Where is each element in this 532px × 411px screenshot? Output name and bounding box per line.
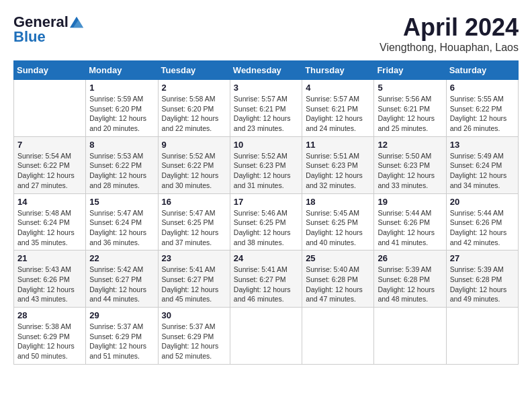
calendar-week-row: 21Sunrise: 5:43 AMSunset: 6:26 PMDayligh… (14, 250, 519, 308)
calendar-cell (230, 308, 302, 365)
calendar-header-monday: Monday (86, 61, 158, 80)
day-info: Sunrise: 5:39 AMSunset: 6:28 PMDaylight:… (450, 265, 515, 304)
day-number: 23 (162, 253, 226, 263)
day-number: 24 (234, 253, 298, 263)
day-number: 26 (378, 253, 442, 263)
calendar-week-row: 14Sunrise: 5:48 AMSunset: 6:24 PMDayligh… (14, 193, 519, 250)
calendar-cell: 19Sunrise: 5:44 AMSunset: 6:26 PMDayligh… (374, 193, 446, 250)
day-info: Sunrise: 5:37 AMSunset: 6:29 PMDaylight:… (162, 322, 226, 361)
day-info: Sunrise: 5:50 AMSunset: 6:23 PMDaylight:… (378, 151, 442, 191)
day-number: 1 (89, 83, 154, 93)
day-info: Sunrise: 5:56 AMSunset: 6:21 PMDaylight:… (378, 94, 442, 134)
day-info: Sunrise: 5:51 AMSunset: 6:23 PMDaylight:… (306, 151, 370, 191)
calendar-cell: 16Sunrise: 5:47 AMSunset: 6:25 PMDayligh… (158, 193, 230, 250)
day-number: 30 (162, 310, 226, 320)
day-info: Sunrise: 5:44 AMSunset: 6:26 PMDaylight:… (450, 208, 515, 248)
day-info: Sunrise: 5:37 AMSunset: 6:29 PMDaylight:… (89, 322, 154, 361)
calendar-cell: 12Sunrise: 5:50 AMSunset: 6:23 PMDayligh… (374, 136, 446, 193)
day-info: Sunrise: 5:43 AMSunset: 6:26 PMDaylight:… (17, 265, 82, 304)
calendar-cell: 11Sunrise: 5:51 AMSunset: 6:23 PMDayligh… (302, 136, 374, 193)
day-info: Sunrise: 5:41 AMSunset: 6:27 PMDaylight:… (234, 265, 298, 304)
day-info: Sunrise: 5:59 AMSunset: 6:20 PMDaylight:… (89, 94, 154, 134)
day-number: 20 (450, 197, 515, 207)
calendar-header-saturday: Saturday (446, 61, 518, 80)
calendar-cell: 17Sunrise: 5:46 AMSunset: 6:25 PMDayligh… (230, 193, 302, 250)
day-number: 9 (162, 140, 226, 150)
day-info: Sunrise: 5:52 AMSunset: 6:23 PMDaylight:… (234, 151, 298, 191)
day-number: 18 (306, 197, 370, 207)
logo: General Blue (13, 13, 83, 46)
day-number: 25 (306, 253, 370, 263)
day-number: 12 (378, 140, 442, 150)
day-info: Sunrise: 5:54 AMSunset: 6:22 PMDaylight:… (17, 151, 82, 191)
day-info: Sunrise: 5:53 AMSunset: 6:22 PMDaylight:… (89, 151, 154, 191)
calendar-cell: 7Sunrise: 5:54 AMSunset: 6:22 PMDaylight… (14, 136, 86, 193)
calendar-cell: 4Sunrise: 5:57 AMSunset: 6:21 PMDaylight… (302, 80, 374, 137)
month-title: April 2024 (380, 13, 519, 42)
day-info: Sunrise: 5:41 AMSunset: 6:27 PMDaylight:… (162, 265, 226, 304)
calendar-header-row: SundayMondayTuesdayWednesdayThursdayFrid… (14, 61, 519, 80)
calendar-cell: 6Sunrise: 5:55 AMSunset: 6:22 PMDaylight… (446, 80, 518, 137)
calendar-cell: 1Sunrise: 5:59 AMSunset: 6:20 PMDaylight… (86, 80, 158, 137)
calendar-cell: 21Sunrise: 5:43 AMSunset: 6:26 PMDayligh… (14, 250, 86, 308)
calendar-header-friday: Friday (374, 61, 446, 80)
day-info: Sunrise: 5:44 AMSunset: 6:26 PMDaylight:… (378, 208, 442, 248)
day-number: 13 (450, 140, 515, 150)
calendar-cell: 13Sunrise: 5:49 AMSunset: 6:24 PMDayligh… (446, 136, 518, 193)
calendar-week-row: 7Sunrise: 5:54 AMSunset: 6:22 PMDaylight… (14, 136, 519, 193)
day-number: 2 (162, 83, 226, 93)
day-info: Sunrise: 5:48 AMSunset: 6:24 PMDaylight:… (17, 208, 82, 248)
calendar-cell: 14Sunrise: 5:48 AMSunset: 6:24 PMDayligh… (14, 193, 86, 250)
day-info: Sunrise: 5:40 AMSunset: 6:28 PMDaylight:… (306, 265, 370, 304)
calendar-header-sunday: Sunday (14, 61, 86, 80)
day-info: Sunrise: 5:57 AMSunset: 6:21 PMDaylight:… (306, 94, 370, 134)
calendar-cell: 20Sunrise: 5:44 AMSunset: 6:26 PMDayligh… (446, 193, 518, 250)
day-number: 6 (450, 83, 515, 93)
day-number: 15 (89, 197, 154, 207)
day-number: 28 (17, 310, 82, 320)
day-number: 16 (162, 197, 226, 207)
calendar-cell (374, 308, 446, 365)
day-number: 27 (450, 253, 515, 263)
day-info: Sunrise: 5:49 AMSunset: 6:24 PMDaylight:… (450, 151, 515, 191)
calendar-cell: 24Sunrise: 5:41 AMSunset: 6:27 PMDayligh… (230, 250, 302, 308)
calendar-cell: 3Sunrise: 5:57 AMSunset: 6:21 PMDaylight… (230, 80, 302, 137)
day-number: 10 (234, 140, 298, 150)
logo-blue-text: Blue (13, 28, 46, 46)
calendar-cell (446, 308, 518, 365)
day-info: Sunrise: 5:47 AMSunset: 6:25 PMDaylight:… (162, 208, 226, 248)
day-number: 11 (306, 140, 370, 150)
calendar-cell: 27Sunrise: 5:39 AMSunset: 6:28 PMDayligh… (446, 250, 518, 308)
day-info: Sunrise: 5:45 AMSunset: 6:25 PMDaylight:… (306, 208, 370, 248)
calendar-cell: 23Sunrise: 5:41 AMSunset: 6:27 PMDayligh… (158, 250, 230, 308)
calendar-week-row: 1Sunrise: 5:59 AMSunset: 6:20 PMDaylight… (14, 80, 519, 137)
day-number: 29 (89, 310, 154, 320)
calendar-header-thursday: Thursday (302, 61, 374, 80)
day-number: 4 (306, 83, 370, 93)
day-info: Sunrise: 5:55 AMSunset: 6:22 PMDaylight:… (450, 94, 515, 134)
calendar-header-wednesday: Wednesday (230, 61, 302, 80)
calendar-cell: 26Sunrise: 5:39 AMSunset: 6:28 PMDayligh… (374, 250, 446, 308)
header: General Blue April 2024 Viengthong, Houa… (13, 13, 519, 54)
calendar-cell: 8Sunrise: 5:53 AMSunset: 6:22 PMDaylight… (86, 136, 158, 193)
calendar-cell: 18Sunrise: 5:45 AMSunset: 6:25 PMDayligh… (302, 193, 374, 250)
day-number: 14 (17, 197, 82, 207)
day-info: Sunrise: 5:39 AMSunset: 6:28 PMDaylight:… (378, 265, 442, 304)
day-info: Sunrise: 5:47 AMSunset: 6:24 PMDaylight:… (89, 208, 154, 248)
day-info: Sunrise: 5:46 AMSunset: 6:25 PMDaylight:… (234, 208, 298, 248)
day-number: 19 (378, 197, 442, 207)
calendar-cell: 15Sunrise: 5:47 AMSunset: 6:24 PMDayligh… (86, 193, 158, 250)
day-info: Sunrise: 5:57 AMSunset: 6:21 PMDaylight:… (234, 94, 298, 134)
day-info: Sunrise: 5:58 AMSunset: 6:20 PMDaylight:… (162, 94, 226, 134)
calendar-cell (14, 80, 86, 137)
calendar-header-tuesday: Tuesday (158, 61, 230, 80)
calendar-cell: 25Sunrise: 5:40 AMSunset: 6:28 PMDayligh… (302, 250, 374, 308)
day-info: Sunrise: 5:52 AMSunset: 6:22 PMDaylight:… (162, 151, 226, 191)
calendar-cell: 22Sunrise: 5:42 AMSunset: 6:27 PMDayligh… (86, 250, 158, 308)
location-title: Viengthong, Houaphan, Laos (380, 42, 519, 54)
day-info: Sunrise: 5:42 AMSunset: 6:27 PMDaylight:… (89, 265, 154, 304)
calendar-cell: 29Sunrise: 5:37 AMSunset: 6:29 PMDayligh… (86, 308, 158, 365)
calendar-cell: 2Sunrise: 5:58 AMSunset: 6:20 PMDaylight… (158, 80, 230, 137)
day-info: Sunrise: 5:38 AMSunset: 6:29 PMDaylight:… (17, 322, 82, 361)
calendar-cell: 9Sunrise: 5:52 AMSunset: 6:22 PMDaylight… (158, 136, 230, 193)
